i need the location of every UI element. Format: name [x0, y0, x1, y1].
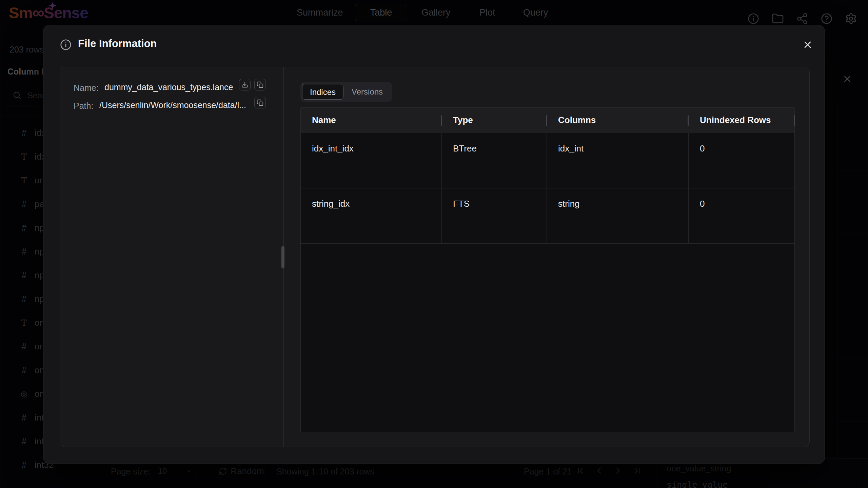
dialog-title: File Information	[78, 38, 157, 50]
cell-unindexed-rows: 0	[689, 188, 794, 243]
column-header-unindexed-rows: Unindexed Rows	[689, 108, 795, 133]
column-header-label: Type	[453, 115, 473, 125]
column-header-columns: Columns	[547, 108, 689, 133]
copy-path-button[interactable]	[254, 97, 266, 108]
cell-index-type: FTS	[442, 188, 547, 243]
cell-index-columns: idx_int	[547, 133, 689, 188]
column-header-label: Name	[312, 115, 336, 125]
info-icon	[60, 39, 72, 51]
column-header-type: Type	[442, 108, 547, 133]
cell-index-type: BTree	[442, 133, 547, 188]
column-header-label: Unindexed Rows	[700, 115, 771, 125]
path-label: Path:	[74, 101, 93, 111]
download-button[interactable]	[239, 79, 251, 90]
dialog-body: Name: dummy_data_various_types.lance Pat…	[60, 67, 810, 447]
close-icon[interactable]	[802, 39, 813, 50]
column-header-name: Name	[301, 108, 442, 133]
tab-indices[interactable]: Indices	[302, 84, 343, 100]
table-row: idx_int_idx BTree idx_int 0	[301, 133, 794, 188]
copy-icon	[257, 81, 263, 88]
name-label: Name:	[74, 83, 99, 93]
cell-index-name: string_idx	[301, 188, 442, 243]
table-header-row: Name Type Columns Unindexed Rows	[301, 108, 794, 133]
cell-index-columns: string	[547, 188, 689, 243]
file-information-dialog: File Information Name: dummy_data_variou…	[43, 25, 825, 464]
column-header-label: Columns	[558, 115, 596, 125]
tab-versions[interactable]: Versions	[344, 84, 390, 100]
indices-table: Name Type Columns Unindexed Rows idx_int…	[300, 107, 795, 432]
copy-icon	[257, 99, 263, 106]
table-row: string_idx FTS string 0	[301, 188, 794, 244]
cell-unindexed-rows: 0	[689, 133, 794, 188]
dialog-tabs: Indices Versions	[300, 82, 392, 102]
app-screen: Sm∞Sense ✦ Summarize Table Gallery Plot …	[0, 0, 868, 488]
file-path-value: /Users/senlin/Work/smoosense/data/l...	[99, 100, 246, 110]
download-icon	[241, 81, 248, 88]
column-resize-handle[interactable]	[794, 115, 795, 126]
panel-resize-handle[interactable]	[281, 246, 284, 268]
cell-index-name: idx_int_idx	[301, 133, 442, 188]
copy-name-button[interactable]	[254, 79, 266, 90]
file-name-value: dummy_data_various_types.lance	[104, 82, 233, 92]
